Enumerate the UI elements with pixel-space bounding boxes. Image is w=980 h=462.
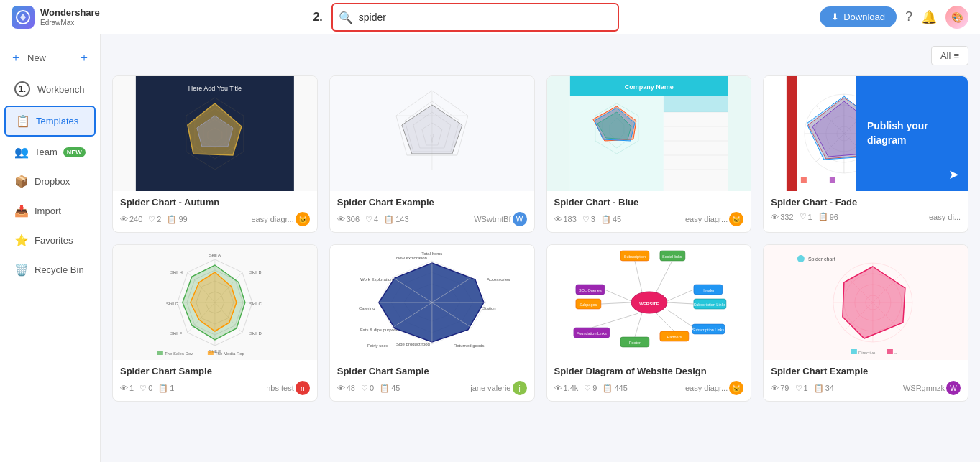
card-3-avatar: 🐱 — [729, 212, 743, 226]
card-4-views: 👁 332 — [771, 213, 793, 221]
svg-rect-76 — [157, 351, 163, 355]
card-3-thumb: Company Name — [547, 76, 751, 191]
step2-label: 2. — [313, 11, 322, 24]
svg-text:Foundation Links: Foundation Links — [576, 331, 606, 336]
publish-banner-title: Publish your diagram — [867, 119, 956, 147]
logo-area: Wondershare EdrawMax — [12, 6, 112, 29]
svg-text:New exploration: New exploration — [396, 256, 427, 260]
card-4-likes: ♡ 1 — [800, 212, 812, 221]
card-6-title: Spider Chart Sample — [337, 366, 527, 376]
card-2[interactable]: Spider Chart Example 👁 306 ♡ 4 📋 143 WSw… — [329, 75, 535, 233]
filter-all-button[interactable]: All ≡ — [931, 46, 968, 65]
card-5-views: 👁 1 — [120, 384, 134, 392]
download-button[interactable]: ⬇ Download — [820, 6, 897, 27]
card-1-meta: 👁 240 ♡ 2 📋 99 easy diagr... 🐱 — [120, 212, 310, 226]
svg-text:Returned goods: Returned goods — [454, 343, 485, 348]
card-1[interactable]: Here Add You Title — [112, 75, 318, 233]
svg-text:--: -- — [894, 351, 897, 355]
card-3-title: Spider Chart - Blue — [554, 197, 744, 208]
sidebar-item-team[interactable]: 👥 Team NEW — [4, 138, 96, 166]
card-5[interactable]: Skill A Skill B Skill C Skill D Skill E … — [112, 244, 318, 402]
card-7-thumb: WEBSITE Subscription Social links SQL Qu… — [547, 245, 751, 360]
content-area: All ≡ Here Add You Title — [101, 34, 980, 462]
card-6[interactable]: Total Items Accessories Station Returned… — [329, 244, 535, 402]
card-8-avatar: W — [946, 381, 961, 395]
card-2-meta: 👁 306 ♡ 4 📋 143 WSwtmtBf W — [337, 212, 527, 226]
card-7[interactable]: WEBSITE Subscription Social links SQL Qu… — [546, 244, 752, 402]
card-2-copies: 📋 143 — [384, 215, 408, 224]
sidebar-item-templates[interactable]: 📋 Templates — [4, 106, 96, 137]
svg-text:Subpages: Subpages — [579, 302, 597, 307]
publish-arrow-icon: ➤ — [948, 167, 959, 183]
card-1-info: Spider Chart - Autumn 👁 240 ♡ 2 📋 99 eas… — [113, 191, 317, 232]
card-3-views: 👁 183 — [554, 215, 577, 223]
card-6-likes: ♡ 0 — [361, 384, 374, 393]
card-4-title: Spider Chart - Fade — [771, 197, 961, 208]
svg-text:Header: Header — [701, 288, 714, 292]
card-2-thumb — [330, 76, 534, 191]
svg-text:Directive: Directive — [858, 351, 876, 355]
recycle-icon: 🗑️ — [14, 263, 29, 277]
card-5-title: Spider Chart Sample — [120, 366, 310, 376]
svg-text:Subscription: Subscription — [623, 254, 645, 259]
svg-text:SQL Queries: SQL Queries — [579, 288, 602, 292]
favorites-icon: ⭐ — [14, 234, 29, 247]
card-8-info: Spider Chart Example 👁 79 ♡ 1 📋 34 WSRgm… — [764, 360, 968, 401]
svg-text:Social links: Social links — [662, 254, 682, 259]
sidebar-item-favorites[interactable]: ⭐ Favorites — [4, 226, 96, 254]
card-6-meta: 👁 48 ♡ 0 📋 45 jane valerie j — [337, 381, 527, 395]
card-5-thumb: Skill A Skill B Skill C Skill D Skill E … — [113, 245, 317, 360]
card-7-views: 👁 1.4k — [554, 384, 579, 392]
card-3-info: Spider Chart - Blue 👁 183 ♡ 3 📋 45 easy … — [547, 191, 751, 232]
avatar[interactable]: 🎨 — [945, 6, 968, 29]
svg-text:Subscription Links: Subscription Links — [693, 302, 725, 307]
svg-text:Spider chart: Spider chart — [808, 257, 835, 262]
card-3-likes: ♡ 3 — [582, 215, 595, 224]
notification-icon[interactable]: 🔔 — [921, 9, 937, 25]
svg-rect-37 — [787, 76, 797, 191]
sidebar-item-recycle[interactable]: 🗑️ Recycle Bin — [4, 256, 96, 284]
search-input[interactable] — [331, 3, 619, 32]
card-4[interactable]: Spider Chart - Fade 👁 332 ♡ 1 📋 96 easy … — [763, 75, 968, 233]
svg-text:Work Exploration: Work Exploration — [360, 277, 393, 282]
svg-text:Side product food: Side product food — [396, 342, 430, 346]
svg-text:Accessories: Accessories — [487, 277, 510, 282]
filter-all-label: All — [940, 50, 951, 61]
card-8-title: Spider Chart Example — [771, 366, 961, 376]
svg-text:Skill F: Skill F — [170, 331, 183, 336]
publish-banner[interactable]: Publish your diagram ➤ — [856, 76, 968, 191]
card-2-title: Spider Chart Example — [337, 197, 527, 208]
svg-text:Skill D: Skill D — [249, 331, 262, 336]
card-8-meta: 👁 79 ♡ 1 📋 34 WSRgmnzk W — [771, 381, 961, 395]
card-3[interactable]: Company Name — [546, 75, 752, 233]
card-2-views: 👁 306 — [337, 215, 360, 223]
step1-badge: 1. — [14, 81, 30, 97]
svg-point-134 — [797, 255, 805, 262]
svg-rect-54 — [801, 177, 807, 183]
help-icon[interactable]: ? — [905, 9, 912, 24]
sidebar: ＋ New ＋ 1. Workbench 📋 Templates 👥 Team … — [0, 34, 101, 462]
sidebar-new-button[interactable]: ＋ New ＋ — [0, 43, 100, 73]
sidebar-item-workbench[interactable]: 1. Workbench — [4, 74, 96, 104]
card-8[interactable]: Spider chart — [763, 244, 968, 402]
card-5-info: Spider Chart Sample 👁 1 ♡ 0 📋 1 nbs test… — [113, 360, 317, 401]
card-2-author: WSwtmtBf W — [474, 212, 526, 226]
card-5-likes: ♡ 0 — [139, 384, 152, 393]
svg-text:Footer: Footer — [628, 341, 640, 345]
filter-menu-icon: ≡ — [953, 50, 959, 61]
logo-icon — [12, 6, 35, 29]
card-3-meta: 👁 183 ♡ 3 📋 45 easy diagr... 🐱 — [554, 212, 744, 226]
svg-rect-35 — [663, 96, 728, 112]
card-7-copies: 📋 445 — [603, 384, 627, 393]
sidebar-item-import[interactable]: 📥 Import — [4, 197, 96, 225]
card-7-avatar: 🐱 — [729, 381, 743, 395]
card-5-copies: 📋 1 — [158, 384, 174, 393]
card-8-likes: ♡ 1 — [795, 384, 808, 393]
svg-text:Fairly used: Fairly used — [367, 343, 388, 348]
sidebar-item-dropbox[interactable]: 📦 Dropbox — [4, 167, 96, 195]
svg-text:Skill A: Skill A — [209, 253, 221, 257]
team-icon: 👥 — [14, 145, 29, 159]
svg-text:The Sales Dev: The Sales Dev — [165, 351, 193, 356]
svg-text:Company Name: Company Name — [624, 83, 673, 91]
svg-text:Skill H: Skill H — [170, 270, 183, 274]
